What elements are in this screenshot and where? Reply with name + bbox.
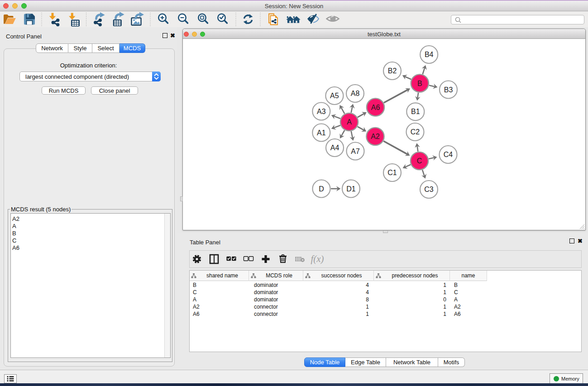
svg-text:C2: C2: [411, 128, 420, 136]
svg-text:D1: D1: [346, 185, 356, 193]
svg-text:A1: A1: [317, 129, 326, 137]
svg-text:f(x): f(x): [311, 253, 324, 264]
svg-text:C: C: [417, 157, 422, 165]
svg-text:A7: A7: [351, 148, 360, 155]
svg-text:B4: B4: [425, 51, 434, 58]
svg-text:C3: C3: [424, 186, 434, 193]
svg-text:A2: A2: [371, 133, 380, 140]
svg-text:C1: C1: [387, 169, 397, 176]
svg-text:A4: A4: [330, 144, 339, 152]
svg-text:A5: A5: [330, 92, 339, 100]
svg-text:B1: B1: [411, 108, 420, 115]
svg-text:D: D: [319, 185, 324, 193]
svg-text:B: B: [417, 80, 422, 87]
svg-text:C4: C4: [444, 151, 453, 158]
svg-text:A: A: [347, 118, 352, 126]
svg-text:A6: A6: [371, 104, 380, 111]
svg-text:B2: B2: [388, 67, 397, 75]
svg-text:B3: B3: [444, 86, 453, 94]
svg-text:A3: A3: [317, 108, 326, 115]
svg-text:A8: A8: [351, 90, 360, 97]
